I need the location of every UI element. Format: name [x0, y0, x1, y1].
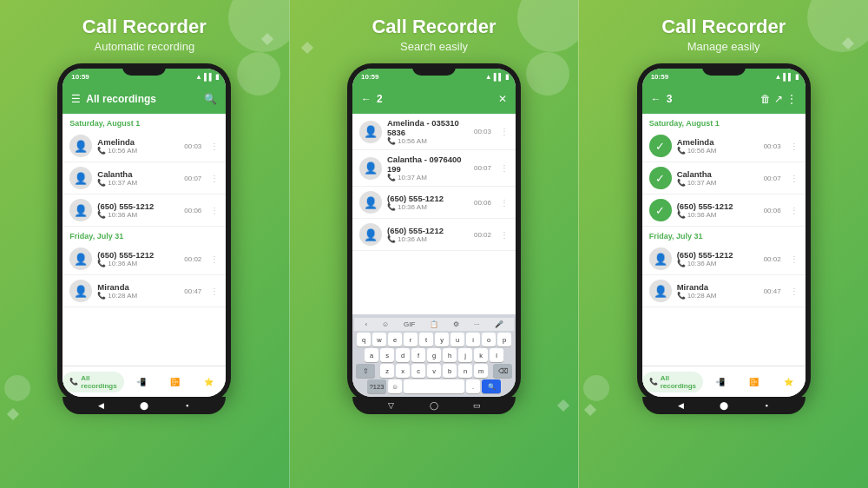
key-m[interactable]: m — [474, 364, 488, 378]
tab-outgoing[interactable]: 📴 — [158, 378, 192, 386]
search-icon[interactable]: 🔍 — [202, 91, 219, 107]
more-icon[interactable]: ⋮ — [790, 254, 799, 264]
call-item[interactable]: 👤 Calantha - 0976400 199 📞 10:37 AM 00:0… — [352, 150, 516, 187]
home-button[interactable]: ◯ — [428, 399, 440, 412]
key-a[interactable]: a — [365, 348, 378, 362]
call-item[interactable]: 👤 (650) 555-1212 📞 10:36 AM 00:02 ⋮ — [352, 219, 516, 251]
key-backspace[interactable]: ⌫ — [493, 364, 512, 378]
call-item[interactable]: ✓ Amelinda 📞 10:56 AM 00:03 ⋮ — [642, 130, 806, 162]
key-f[interactable]: f — [411, 348, 425, 362]
key-n[interactable]: n — [458, 364, 472, 378]
key-r[interactable]: r — [404, 333, 418, 346]
more-icon[interactable]: ⋮ — [790, 287, 799, 296]
call-item[interactable]: 👤 Amelinda - 035310 5836 📞 10:56 AM 00:0… — [352, 114, 516, 150]
more-icon[interactable]: ⋮ — [500, 127, 509, 136]
more-icon[interactable]: ⋮ — [210, 206, 219, 215]
keyboard-settings-key[interactable]: ⚙ — [453, 320, 459, 328]
recent-button[interactable]: ▭ — [470, 399, 483, 412]
more-icon[interactable]: ⋮ — [210, 254, 219, 264]
key-period[interactable]: . — [466, 379, 480, 393]
tab-outgoing[interactable]: 📴 — [737, 378, 771, 386]
key-q[interactable]: q — [357, 333, 371, 346]
decorative-blob — [228, 0, 289, 52]
call-duration: 00:06 — [474, 199, 491, 207]
key-z[interactable]: z — [380, 364, 394, 378]
keyboard-emoji-key[interactable]: ☺ — [382, 320, 389, 328]
panel-subtitle: Manage easily — [687, 40, 760, 53]
back-button[interactable]: ▽ — [385, 399, 398, 412]
home-button[interactable]: ⬤ — [718, 399, 730, 412]
more-icon[interactable]: ⋮ — [500, 198, 509, 208]
recent-button[interactable]: ▪ — [760, 399, 773, 412]
call-item[interactable]: 👤 (650) 555-1212 📞 10:36 AM 00:02 ⋮ — [62, 243, 226, 275]
call-item[interactable]: 👤 Miranda 📞 10:28 AM 00:47 ⋮ — [642, 275, 806, 307]
key-numbers[interactable]: ?123 — [367, 379, 386, 393]
app-bar: ☰ All recordings 🔍 — [62, 84, 226, 114]
key-t[interactable]: t — [419, 333, 433, 346]
key-c[interactable]: c — [411, 364, 425, 378]
menu-icon[interactable]: ☰ — [69, 91, 82, 107]
key-g[interactable]: g — [427, 348, 441, 362]
back-button[interactable]: ◀ — [674, 399, 687, 412]
share-icon[interactable]: ↗ — [773, 91, 785, 107]
home-button[interactable]: ⬤ — [138, 399, 150, 412]
call-item[interactable]: 👤 Calantha 📞 10:37 AM 00:07 ⋮ — [62, 162, 226, 195]
key-k[interactable]: k — [474, 348, 488, 362]
call-item[interactable]: ✓ Calantha 📞 10:37 AM 00:07 ⋮ — [642, 162, 806, 195]
key-x[interactable]: x — [396, 364, 410, 378]
keyboard-mic-key[interactable]: 🎤 — [495, 320, 503, 328]
recent-button[interactable]: ▪ — [181, 399, 194, 412]
key-y[interactable]: y — [435, 333, 449, 346]
more-icon[interactable]: ⋮ — [790, 174, 799, 183]
key-p[interactable]: p — [497, 333, 511, 346]
call-item[interactable]: ✓ (650) 555-1212 📞 10:36 AM 00:06 ⋮ — [642, 195, 806, 227]
key-l[interactable]: l — [490, 348, 503, 362]
panel-title: Call Recorder — [661, 16, 786, 38]
close-icon[interactable]: ✕ — [496, 91, 509, 107]
key-v[interactable]: v — [427, 364, 441, 378]
more-icon[interactable]: ⋮ — [790, 206, 799, 215]
more-options-icon[interactable]: ⋮ — [785, 91, 799, 107]
tab-starred[interactable]: ⭐ — [771, 378, 805, 386]
call-item[interactable]: 👤 (650) 555-1212 📞 10:36 AM 00:06 ⋮ — [62, 195, 226, 227]
more-icon[interactable]: ⋮ — [500, 163, 509, 173]
key-i[interactable]: i — [466, 333, 480, 346]
more-icon[interactable]: ⋮ — [210, 142, 219, 151]
key-e[interactable]: e — [388, 333, 402, 346]
keyboard-back-key[interactable]: ‹ — [365, 320, 367, 328]
tab-all-recordings[interactable]: 📞 All recordings — [62, 372, 123, 392]
key-o[interactable]: o — [482, 333, 496, 346]
keyboard-clipboard-key[interactable]: 📋 — [430, 320, 438, 328]
tab-starred[interactable]: ⭐ — [192, 378, 226, 386]
call-item[interactable]: 👤 Miranda 📞 10:28 AM 00:47 ⋮ — [62, 275, 226, 307]
call-name: (650) 555-1212 — [387, 194, 469, 203]
phone-nav: ◀ ⬤ ▪ — [642, 397, 806, 414]
key-d[interactable]: d — [396, 348, 410, 362]
call-item[interactable]: 👤 (650) 555-1212 📞 10:36 AM 00:06 ⋮ — [352, 187, 516, 219]
key-u[interactable]: u — [450, 333, 464, 346]
key-emoji[interactable]: ☺ — [388, 379, 402, 393]
keyboard-more-key[interactable]: ··· — [474, 320, 480, 328]
tab-incoming[interactable]: 📲 — [703, 378, 737, 386]
key-s[interactable]: s — [380, 348, 394, 362]
keyboard-gif-key[interactable]: GIF — [404, 320, 415, 328]
tab-incoming[interactable]: 📲 — [124, 378, 158, 386]
key-b[interactable]: b — [443, 364, 457, 378]
key-h[interactable]: h — [443, 348, 457, 362]
key-search[interactable]: 🔍 — [482, 379, 501, 393]
call-item[interactable]: 👤 (650) 555-1212 📞 10:36 AM 00:02 ⋮ — [642, 243, 806, 275]
key-shift[interactable]: ⇧ — [356, 364, 375, 378]
more-icon[interactable]: ⋮ — [500, 230, 509, 240]
tab-all-recordings[interactable]: 📞 All recordings — [642, 372, 703, 392]
call-item[interactable]: 👤 Amelinda 📞 10:56 AM 00:03 ⋮ — [62, 130, 226, 162]
key-w[interactable]: w — [372, 333, 386, 346]
back-button[interactable]: ◀ — [95, 399, 108, 412]
more-icon[interactable]: ⋮ — [790, 142, 799, 151]
more-icon[interactable]: ⋮ — [210, 287, 219, 296]
key-j[interactable]: j — [458, 348, 472, 362]
key-space[interactable] — [404, 379, 464, 393]
delete-icon[interactable]: 🗑 — [759, 91, 773, 107]
back-arrow-icon[interactable]: ← — [649, 91, 663, 107]
back-arrow-icon[interactable]: ← — [359, 91, 373, 107]
more-icon[interactable]: ⋮ — [210, 174, 219, 183]
